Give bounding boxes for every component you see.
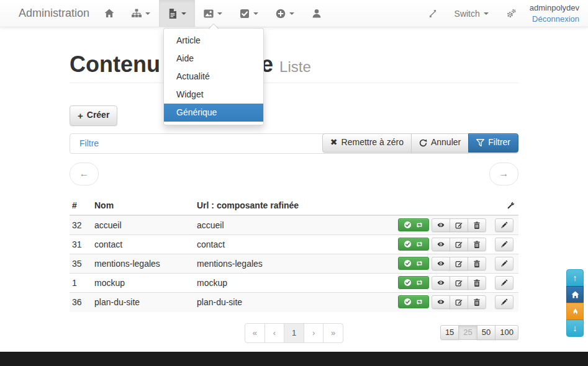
status-badge[interactable] bbox=[398, 276, 429, 289]
nav-media[interactable] bbox=[195, 0, 231, 27]
status-badge[interactable] bbox=[398, 218, 429, 231]
pagination-current[interactable]: 1 bbox=[284, 323, 304, 343]
quick-edit-button[interactable] bbox=[495, 218, 513, 232]
filter-toggle-link[interactable]: Filtre bbox=[79, 138, 99, 148]
edit-button[interactable] bbox=[450, 218, 468, 232]
edit-icon bbox=[455, 298, 463, 306]
pagination-last[interactable]: » bbox=[323, 323, 343, 343]
cancel-button[interactable]: Annuler bbox=[411, 133, 469, 153]
quick-edit-button[interactable] bbox=[495, 238, 513, 251]
switch-menu[interactable]: Switch bbox=[446, 0, 497, 27]
view-button[interactable] bbox=[432, 238, 450, 251]
logout-link[interactable]: Déconnexion bbox=[530, 14, 579, 25]
quick-edit-button[interactable] bbox=[495, 276, 513, 290]
pencil-icon bbox=[500, 298, 508, 306]
table-row: 31 contact contact bbox=[70, 235, 518, 254]
dropdown-item-generique[interactable]: Générique bbox=[164, 104, 263, 122]
header-settings[interactable] bbox=[491, 197, 518, 215]
create-button[interactable]: + Créer bbox=[70, 105, 117, 126]
row-url: mockup bbox=[194, 274, 392, 293]
delete-button[interactable] bbox=[468, 257, 486, 270]
filter-buttons: ✖ Remettre à zéro Annuler Filtrer bbox=[323, 133, 518, 153]
brand[interactable]: Administration bbox=[0, 0, 96, 27]
delete-button[interactable] bbox=[468, 218, 486, 232]
content-dropdown: Article Aide Actualité Widget Générique bbox=[163, 28, 264, 125]
scroll-bottom-button[interactable]: ↓ bbox=[566, 319, 584, 337]
edit-button[interactable] bbox=[450, 295, 468, 309]
view-button[interactable] bbox=[432, 276, 450, 290]
nav-content[interactable] bbox=[159, 0, 195, 27]
row-name: contact bbox=[92, 235, 194, 254]
status-badge[interactable] bbox=[398, 238, 429, 251]
dropdown-item-widget[interactable]: Widget bbox=[164, 86, 263, 104]
edit-icon bbox=[455, 279, 463, 287]
check-circle-icon bbox=[404, 279, 412, 287]
main-content: Contenu générique Liste + Créer Filtre ✖… bbox=[70, 27, 518, 344]
pencil-icon bbox=[500, 279, 508, 287]
arrow-right-icon: → bbox=[499, 168, 509, 179]
top-navbar: Administration Switch adminpolydev Décon… bbox=[0, 0, 588, 27]
edit-button[interactable] bbox=[450, 257, 468, 270]
nav-sitemap[interactable] bbox=[123, 0, 159, 27]
home-icon bbox=[571, 291, 579, 299]
edit-button[interactable] bbox=[450, 276, 468, 290]
image-icon bbox=[204, 9, 214, 19]
pencil-icon bbox=[500, 241, 508, 248]
edit-icon bbox=[455, 221, 463, 229]
page-size-25[interactable]: 25 bbox=[458, 325, 477, 340]
expand-icon bbox=[428, 9, 437, 18]
page-size-15[interactable]: 15 bbox=[440, 325, 459, 340]
expand-button[interactable] bbox=[420, 0, 446, 27]
quick-edit-button[interactable] bbox=[495, 257, 513, 270]
nav-add[interactable] bbox=[267, 0, 303, 27]
chevron-down-icon bbox=[484, 12, 489, 15]
plus-circle-icon bbox=[276, 9, 286, 19]
view-button[interactable] bbox=[432, 257, 450, 270]
edit-button[interactable] bbox=[450, 238, 468, 251]
row-id: 32 bbox=[70, 215, 92, 235]
dropdown-item-article[interactable]: Article bbox=[164, 32, 263, 50]
pagination-next[interactable]: › bbox=[304, 323, 323, 343]
dropdown-item-actualite[interactable]: Actualité bbox=[164, 68, 263, 86]
pagination-prev[interactable]: ‹ bbox=[265, 323, 284, 343]
row-name: plan-du-site bbox=[92, 293, 194, 312]
quick-edit-button[interactable] bbox=[495, 295, 513, 309]
table-row: 1 mockup mockup bbox=[70, 274, 518, 293]
pager-row: ← → bbox=[70, 163, 518, 185]
home-shortcut-button[interactable] bbox=[566, 286, 584, 303]
delete-button[interactable] bbox=[468, 276, 486, 290]
check-circle-icon bbox=[404, 221, 412, 229]
nav-tasks[interactable] bbox=[231, 0, 267, 27]
status-badge[interactable] bbox=[398, 257, 429, 270]
row-url: accueil bbox=[194, 215, 392, 235]
header-name[interactable]: Nom bbox=[92, 197, 194, 215]
row-name: mentions-legales bbox=[92, 254, 194, 274]
pencil-icon bbox=[500, 221, 508, 229]
settings-button[interactable] bbox=[497, 0, 525, 27]
row-name: mockup bbox=[92, 274, 194, 293]
header-id[interactable]: # bbox=[70, 197, 92, 215]
scroll-top-button[interactable]: ↑ bbox=[566, 269, 584, 287]
flush-cache-button[interactable] bbox=[566, 303, 584, 320]
nav-user[interactable] bbox=[303, 0, 330, 27]
reset-button[interactable]: ✖ Remettre à zéro bbox=[322, 133, 412, 153]
page-size-group: 15 25 50 100 bbox=[440, 325, 518, 340]
delete-button[interactable] bbox=[468, 238, 486, 251]
page-header: Contenu générique Liste bbox=[70, 52, 518, 83]
nav-home[interactable] bbox=[96, 0, 123, 27]
apply-filter-button[interactable]: Filtrer bbox=[468, 133, 518, 153]
pagination-first[interactable]: « bbox=[245, 323, 265, 343]
delete-button[interactable] bbox=[468, 295, 486, 309]
dropdown-item-aide[interactable]: Aide bbox=[164, 50, 263, 68]
next-page-button[interactable]: → bbox=[489, 163, 518, 185]
status-badge[interactable] bbox=[398, 295, 429, 308]
page-size-100[interactable]: 100 bbox=[495, 325, 518, 340]
view-button[interactable] bbox=[432, 295, 450, 309]
view-button[interactable] bbox=[432, 218, 450, 232]
prev-page-button[interactable]: ← bbox=[70, 163, 99, 185]
page-size-50[interactable]: 50 bbox=[477, 325, 495, 340]
check-square-icon bbox=[240, 9, 250, 19]
table-header-row: # Nom Url : composante rafinée bbox=[70, 197, 518, 215]
eye-icon bbox=[437, 241, 445, 248]
header-url[interactable]: Url : composante rafinée bbox=[194, 197, 392, 215]
